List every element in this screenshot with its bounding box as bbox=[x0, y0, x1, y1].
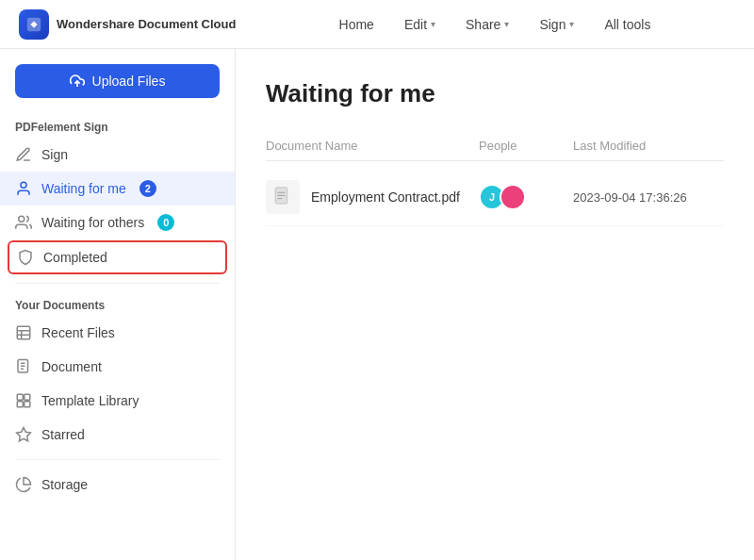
upload-btn-wrap: Upload Files bbox=[0, 64, 235, 113]
col-header-doc-name: Document Name bbox=[266, 139, 479, 153]
star-icon bbox=[15, 426, 32, 443]
avatar-2 bbox=[500, 184, 526, 210]
svg-rect-12 bbox=[17, 394, 23, 400]
main-layout: Upload Files PDFelement Sign Sign bbox=[0, 49, 754, 560]
sidebar-item-completed[interactable]: Completed bbox=[8, 240, 227, 274]
sidebar: Upload Files PDFelement Sign Sign bbox=[0, 49, 236, 560]
nav-links: Home Edit ▾ Share ▾ Sign ▾ All tools bbox=[254, 17, 735, 32]
waiting-for-others-badge: 0 bbox=[157, 214, 174, 231]
sidebar-starred-label: Starred bbox=[41, 427, 85, 442]
top-nav: Wondershare Document Cloud Home Edit ▾ S… bbox=[0, 0, 754, 49]
pie-icon bbox=[15, 476, 32, 493]
sidebar-item-starred[interactable]: Starred bbox=[0, 418, 235, 452]
sidebar-waiting-for-me-label: Waiting for me bbox=[41, 181, 126, 196]
sidebar-divider-1 bbox=[15, 283, 220, 284]
users-icon bbox=[15, 214, 32, 231]
sidebar-item-recent-files[interactable]: Recent Files bbox=[0, 316, 235, 350]
svg-rect-15 bbox=[25, 402, 30, 407]
people-cell: J bbox=[479, 184, 573, 210]
last-modified-cell: 2023-09-04 17:36:26 bbox=[573, 190, 724, 205]
sidebar-item-document[interactable]: Document bbox=[0, 350, 235, 384]
content-area: Waiting for me Document Name People Last… bbox=[236, 49, 754, 560]
doc-filename: Employment Contract.pdf bbox=[311, 189, 460, 205]
sidebar-divider-2 bbox=[15, 459, 220, 460]
logo-icon bbox=[19, 9, 49, 40]
sidebar-recent-files-label: Recent Files bbox=[41, 325, 115, 340]
shield-icon bbox=[17, 249, 34, 266]
recent-icon bbox=[15, 324, 32, 341]
user-icon bbox=[15, 180, 32, 197]
svg-rect-14 bbox=[17, 402, 23, 407]
sidebar-waiting-for-others-label: Waiting for others bbox=[41, 215, 144, 230]
nav-home[interactable]: Home bbox=[339, 17, 374, 32]
sidebar-sign-label: Sign bbox=[41, 147, 68, 162]
doc-file-icon bbox=[266, 180, 300, 214]
waiting-for-me-badge: 2 bbox=[139, 180, 156, 197]
svg-point-3 bbox=[19, 216, 25, 222]
table-header: Document Name People Last Modified bbox=[266, 131, 724, 161]
section-label-pdfelement: PDFelement Sign bbox=[0, 113, 235, 138]
nav-all-tools[interactable]: All tools bbox=[604, 17, 650, 32]
svg-rect-13 bbox=[25, 394, 30, 400]
svg-rect-4 bbox=[17, 326, 30, 339]
sidebar-item-storage[interactable]: Storage bbox=[0, 468, 235, 502]
logo-text: Wondershare Document Cloud bbox=[57, 17, 236, 31]
sidebar-item-sign[interactable]: Sign bbox=[0, 138, 235, 172]
nav-share[interactable]: Share ▾ bbox=[466, 17, 509, 32]
upload-files-button[interactable]: Upload Files bbox=[15, 64, 220, 98]
logo-area: Wondershare Document Cloud bbox=[19, 9, 254, 40]
col-header-last-modified: Last Modified bbox=[573, 139, 724, 153]
sidebar-template-library-label: Template Library bbox=[41, 393, 139, 408]
svg-point-2 bbox=[21, 182, 26, 188]
doc-name-cell: Employment Contract.pdf bbox=[266, 180, 479, 214]
template-icon bbox=[15, 392, 32, 409]
sidebar-completed-label: Completed bbox=[43, 250, 107, 265]
document-icon bbox=[15, 358, 32, 375]
nav-sign[interactable]: Sign ▾ bbox=[539, 17, 574, 32]
svg-marker-16 bbox=[17, 428, 31, 441]
sidebar-document-label: Document bbox=[41, 359, 102, 374]
section-label-your-docs: Your Documents bbox=[0, 291, 235, 316]
table-row[interactable]: Employment Contract.pdf J 2023-09-04 17:… bbox=[266, 169, 724, 226]
page-title: Waiting for me bbox=[266, 79, 724, 108]
pen-icon bbox=[15, 146, 32, 163]
col-header-people: People bbox=[479, 139, 573, 153]
sidebar-item-template-library[interactable]: Template Library bbox=[0, 384, 235, 418]
sidebar-item-waiting-for-me[interactable]: Waiting for me 2 bbox=[0, 172, 235, 206]
sidebar-item-waiting-for-others[interactable]: Waiting for others 0 bbox=[0, 206, 235, 239]
nav-edit[interactable]: Edit ▾ bbox=[404, 17, 435, 32]
sidebar-storage-label: Storage bbox=[41, 477, 88, 492]
